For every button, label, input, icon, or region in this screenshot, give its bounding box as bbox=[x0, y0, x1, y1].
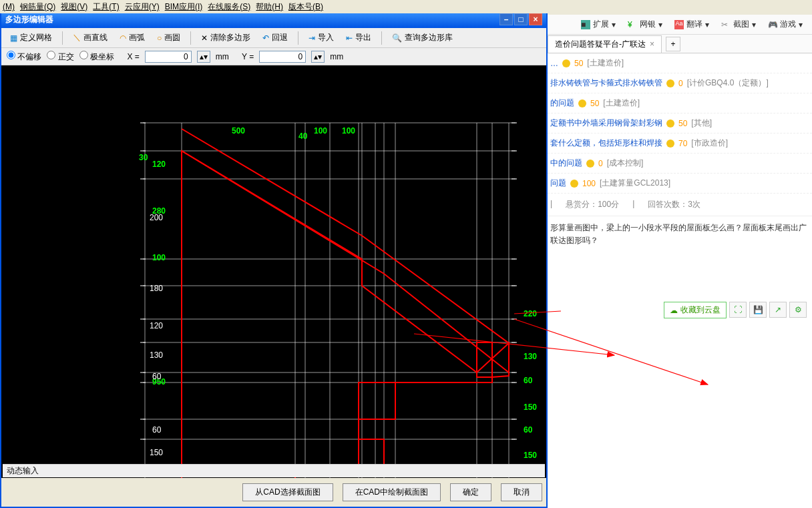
x-input[interactable] bbox=[145, 51, 192, 63]
svg-text:100: 100 bbox=[150, 477, 163, 478]
query-library-button[interactable]: 🔍查询多边形库 bbox=[387, 30, 457, 45]
svg-text:100: 100 bbox=[314, 126, 327, 136]
points: 50 bbox=[590, 99, 599, 108]
cloud-icon: ☁ bbox=[670, 306, 678, 315]
save-icon[interactable]: 💾 bbox=[749, 302, 767, 318]
image-toolbar: ☁收藏到云盘 ⛶ 💾 ↗ ⚙ bbox=[664, 302, 807, 318]
coin-icon bbox=[578, 99, 586, 107]
minimize-icon[interactable]: – bbox=[499, 13, 513, 25]
radio-ortho[interactable]: 正交 bbox=[47, 51, 73, 63]
coin-icon bbox=[666, 140, 674, 148]
points: 70 bbox=[678, 139, 687, 148]
select-from-cad-button[interactable]: 从CAD选择截面图 bbox=[242, 483, 333, 501]
bank-button[interactable]: ¥网银 ▾ bbox=[628, 19, 662, 30]
editor-toolbar: ▦定义网格 ＼画直线 ◠画弧 ○画圆 ✕清除多边形 ↶回退 ⇥导入 ⇤导出 🔍查… bbox=[1, 28, 546, 48]
svg-text:150: 150 bbox=[524, 403, 537, 412]
import-button[interactable]: ⇥导入 bbox=[304, 30, 339, 45]
x-spinner[interactable]: ▴▾ bbox=[197, 51, 210, 63]
clear-polygon-button[interactable]: ✕清除多边形 bbox=[196, 30, 255, 45]
svg-text:500: 500 bbox=[232, 126, 245, 136]
ext-button[interactable]: ■扩展 ▾ bbox=[581, 19, 616, 30]
y-spinner[interactable]: ▴▾ bbox=[311, 51, 325, 63]
question-link[interactable]: 定额书中外墙采用钢骨架封彩钢 bbox=[550, 117, 662, 129]
coin-icon bbox=[570, 180, 578, 188]
draw-in-cad-button[interactable]: 在CAD中绘制截面图 bbox=[343, 483, 441, 501]
category: [计价GBQ4.0（定额）] bbox=[687, 77, 769, 89]
radio-no-offset[interactable]: 不偏移 bbox=[7, 51, 41, 63]
gear-icon[interactable]: ⚙ bbox=[789, 302, 807, 318]
grid-icon: ▦ bbox=[10, 33, 17, 43]
question-link[interactable]: 的问题 bbox=[550, 97, 574, 109]
svg-text:200: 200 bbox=[150, 213, 163, 222]
points: 100 bbox=[582, 179, 596, 188]
define-grid-button[interactable]: ▦定义网格 bbox=[5, 30, 57, 45]
svg-text:100: 100 bbox=[342, 126, 355, 136]
close-icon[interactable]: × bbox=[529, 13, 542, 25]
qa-panel: … 50 [土建造价]排水铸铁管与卡箍式排水铸铁管 0 [计价GBQ4.0（定额… bbox=[548, 53, 812, 508]
save-to-cloud-button[interactable]: ☁收藏到云盘 bbox=[664, 302, 727, 318]
screenshot-button[interactable]: ✂截图 ▾ bbox=[721, 19, 756, 30]
search-icon: 🔍 bbox=[392, 33, 402, 43]
export-button[interactable]: ⇤导出 bbox=[341, 30, 376, 45]
question-row[interactable]: 套什么定额，包括矩形柱和焊接 70 [市政造价] bbox=[548, 134, 812, 154]
undo-button[interactable]: ↶回退 bbox=[258, 30, 292, 45]
ok-button[interactable]: 确定 bbox=[450, 483, 491, 501]
question-link[interactable]: 问题 bbox=[550, 178, 566, 189]
svg-text:180: 180 bbox=[150, 284, 163, 293]
question-row[interactable]: 排水铸铁管与卡箍式排水铸铁管 0 [计价GBQ4.0（定额）] bbox=[548, 73, 812, 93]
svg-text:30: 30 bbox=[139, 153, 148, 162]
new-tab-button[interactable]: + bbox=[666, 37, 680, 51]
question-row[interactable]: 定额书中外墙采用钢骨架封彩钢 50 [其他] bbox=[548, 113, 812, 134]
question-link[interactable]: 中的问题 bbox=[550, 158, 582, 169]
points: 0 bbox=[678, 79, 683, 88]
svg-text:150: 150 bbox=[150, 448, 163, 457]
svg-text:60: 60 bbox=[152, 372, 162, 381]
line-icon: ＼ bbox=[73, 32, 81, 43]
tab-active[interactable]: 造价问题答疑平台-广联达 × bbox=[548, 35, 662, 53]
svg-rect-26 bbox=[1, 65, 546, 478]
draw-line-button[interactable]: ＼画直线 bbox=[68, 30, 112, 45]
cancel-button[interactable]: 取消 bbox=[501, 483, 542, 501]
fullscreen-icon[interactable]: ⛶ bbox=[729, 302, 747, 318]
question-row[interactable]: … 50 [土建造价] bbox=[548, 53, 812, 73]
drawing-canvas[interactable]: 5004010010030120280100950220130601506015… bbox=[1, 65, 546, 478]
svg-text:150: 150 bbox=[524, 451, 537, 460]
draw-arc-button[interactable]: ◠画弧 bbox=[115, 30, 150, 45]
category: [土建算量GCL2013] bbox=[600, 178, 670, 189]
browser-tabstrip: 造价问题答疑平台-广联达 × + bbox=[548, 35, 812, 53]
radio-polar[interactable]: 极坐标 bbox=[79, 51, 114, 63]
translate-button[interactable]: Aa翻译 ▾ bbox=[674, 19, 709, 30]
question-link[interactable]: 排水铸铁管与卡箍式排水铸铁管 bbox=[550, 77, 662, 89]
share-icon[interactable]: ↗ bbox=[769, 302, 787, 318]
coin-icon bbox=[562, 59, 570, 67]
maximize-icon[interactable]: □ bbox=[514, 13, 528, 25]
question-row[interactable]: 问题 100 [土建算量GCL2013] bbox=[548, 174, 812, 194]
y-input[interactable] bbox=[259, 51, 306, 63]
question-link[interactable]: 套什么定额，包括矩形柱和焊接 bbox=[550, 138, 662, 149]
points: 50 bbox=[574, 59, 583, 68]
points: 50 bbox=[678, 119, 687, 128]
category: [市政造价] bbox=[691, 138, 728, 149]
svg-text:130: 130 bbox=[524, 352, 537, 361]
svg-text:60: 60 bbox=[524, 376, 533, 385]
svg-text:130: 130 bbox=[150, 350, 163, 360]
category: [成本控制] bbox=[607, 158, 644, 169]
clear-icon: ✕ bbox=[201, 33, 208, 43]
dialog-buttons: 从CAD选择截面图 在CAD中绘制截面图 确定 取消 bbox=[1, 481, 542, 503]
points: 0 bbox=[598, 159, 603, 168]
arc-icon: ◠ bbox=[120, 33, 126, 43]
question-link[interactable]: … bbox=[550, 59, 558, 68]
svg-text:40: 40 bbox=[298, 132, 308, 141]
close-icon[interactable]: × bbox=[650, 39, 654, 49]
coin-icon bbox=[666, 119, 674, 128]
category: [土建造价] bbox=[587, 57, 624, 69]
svg-text:220: 220 bbox=[524, 309, 537, 318]
browser-ext-toolbar: ■扩展 ▾ ¥网银 ▾ Aa翻译 ▾ ✂截图 ▾ 🎮游戏 ▾ bbox=[548, 15, 812, 35]
question-row[interactable]: 中的问题 0 [成本控制] bbox=[548, 154, 812, 174]
window-title: 多边形编辑器 bbox=[5, 14, 53, 25]
coin-icon bbox=[666, 79, 674, 87]
draw-circle-button[interactable]: ○画圆 bbox=[152, 30, 185, 45]
games-button[interactable]: 🎮游戏 ▾ bbox=[768, 19, 803, 30]
question-row[interactable]: 的问题 50 [土建造价] bbox=[548, 93, 812, 113]
svg-text:120: 120 bbox=[152, 160, 166, 169]
